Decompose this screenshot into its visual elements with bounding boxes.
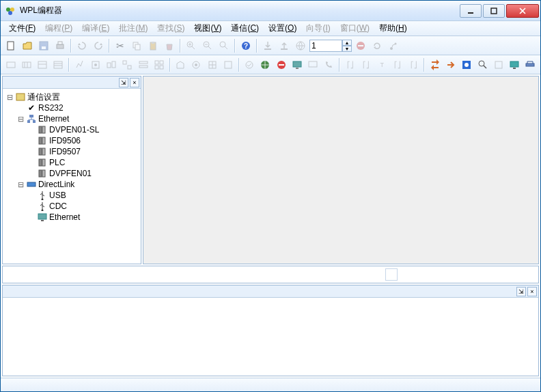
output-close-button[interactable]: × <box>527 287 537 296</box>
copy-button[interactable] <box>129 38 144 53</box>
menu-search[interactable]: 查找(S) <box>153 21 189 36</box>
svg-rect-72 <box>39 170 42 177</box>
svg-point-54 <box>464 63 469 67</box>
tb2-3[interactable] <box>36 57 50 72</box>
tb2-find[interactable] <box>475 57 490 72</box>
window-controls <box>460 4 539 18</box>
tb2-code3[interactable]: T <box>375 57 389 72</box>
menu-help[interactable]: 帮助(H) <box>375 21 411 36</box>
minimize-button[interactable] <box>460 4 482 18</box>
upload-button[interactable] <box>277 38 292 53</box>
output-header: ⇲ × <box>3 285 538 298</box>
tb2-4[interactable] <box>51 57 66 72</box>
menu-settings[interactable]: 设置(O) <box>264 21 301 36</box>
svg-rect-20 <box>281 48 288 50</box>
tb2-code1[interactable]: ⎡⎦ <box>343 57 357 72</box>
tb2-code2[interactable]: ⎡⎦ <box>359 57 373 72</box>
tree-dl-item[interactable]: USB <box>4 190 139 201</box>
print-button[interactable] <box>53 38 68 53</box>
maximize-button[interactable] <box>483 4 505 18</box>
refresh-button[interactable] <box>370 38 385 53</box>
tb2-phone[interactable] <box>322 57 336 72</box>
menu-program[interactable]: 编程(P) <box>41 21 77 36</box>
menu-wizard[interactable]: 向导(I) <box>302 21 334 36</box>
run-button[interactable] <box>386 38 401 53</box>
pin-button[interactable]: ⇲ <box>119 78 128 87</box>
tb2-11[interactable] <box>174 57 188 72</box>
toolbar-separator <box>424 58 425 72</box>
tb2-code4[interactable]: ⎡⎦ <box>391 57 405 72</box>
tree-directlink[interactable]: ⊟ DirectLink <box>4 179 139 190</box>
tb2-12[interactable] <box>189 57 204 72</box>
spin-down[interactable]: ▼ <box>342 46 352 52</box>
stop-button[interactable] <box>353 38 368 53</box>
menu-view[interactable]: 视图(V) <box>190 21 225 36</box>
help-button[interactable]: ? <box>238 38 253 53</box>
tb2-x1[interactable] <box>491 57 505 72</box>
app-window: WPL编程器 文件(F) 编程(P) 编译(E) 批注(M) 查找(S) 视图(… <box>0 0 541 392</box>
svg-rect-27 <box>23 62 31 68</box>
tree-eth-item[interactable]: DVPFEN01 <box>4 168 139 179</box>
menu-comm[interactable]: 通信(C) <box>227 21 263 36</box>
tree-rs232[interactable]: ✔ RS232 <box>4 102 139 113</box>
tb2-15[interactable] <box>242 57 257 72</box>
redo-button[interactable] <box>91 38 106 53</box>
tree-ethernet[interactable]: ⊟ Ethernet <box>4 113 139 124</box>
tb2-arrow2[interactable] <box>444 57 458 72</box>
tb2-monitor[interactable] <box>290 57 304 72</box>
tree-dl-item[interactable]: CDC <box>4 201 139 212</box>
globe-button[interactable] <box>293 38 308 53</box>
tree-eth-item[interactable]: IFD9507 <box>4 146 139 157</box>
save-button[interactable] <box>36 38 51 53</box>
tb2-last[interactable] <box>523 57 538 72</box>
tb2-stop[interactable] <box>274 57 288 72</box>
tb2-10[interactable] <box>152 57 166 72</box>
download-button[interactable] <box>260 38 275 53</box>
menu-window[interactable]: 窗口(W) <box>336 21 374 36</box>
tb2-14[interactable] <box>221 57 235 72</box>
module-icon <box>37 135 48 146</box>
spin-up[interactable]: ▲ <box>342 40 352 46</box>
tree-eth-item[interactable]: DVPEN01-SL <box>4 124 139 135</box>
output-pin-button[interactable]: ⇲ <box>516 287 526 296</box>
zoom-in-button[interactable] <box>184 38 199 53</box>
tb2-tool[interactable] <box>460 57 474 72</box>
menu-compile[interactable]: 编译(E) <box>78 21 113 36</box>
tb2-code5[interactable]: ⎡⎦ <box>406 57 421 72</box>
cut-button[interactable]: ✂ <box>113 38 128 53</box>
open-button[interactable] <box>20 38 35 53</box>
menu-file[interactable]: 文件(F) <box>5 21 40 36</box>
svg-rect-52 <box>309 61 317 67</box>
tb2-mon2[interactable] <box>306 57 320 72</box>
tb2-13[interactable] <box>205 57 219 72</box>
undo-button[interactable] <box>74 38 89 53</box>
new-button[interactable] <box>3 38 18 53</box>
tree-eth-item[interactable]: IFD9506 <box>4 135 139 146</box>
tb2-9[interactable] <box>136 57 150 72</box>
tb2-5[interactable] <box>72 57 87 72</box>
delete-button[interactable] <box>162 38 177 53</box>
menu-annotate[interactable]: 批注(M) <box>115 21 152 36</box>
tb2-7[interactable] <box>105 57 119 72</box>
page-input[interactable] <box>309 40 342 52</box>
pane-close-button[interactable]: × <box>130 78 139 87</box>
tb2-1[interactable] <box>3 57 18 72</box>
tree-root[interactable]: ⊟ 通信设置 <box>4 92 139 102</box>
zoom-fit-button[interactable] <box>217 38 232 53</box>
tb2-arrow1[interactable] <box>428 57 442 72</box>
svg-rect-26 <box>7 62 15 68</box>
paste-button[interactable] <box>145 38 161 53</box>
tree-view[interactable]: ⊟ 通信设置 ✔ RS232 ⊟ Ethernet DVPEN01-SL <box>3 89 141 264</box>
tree-eth-item[interactable]: PLC <box>4 157 139 168</box>
tb2-8[interactable] <box>120 57 135 72</box>
zoom-out-button[interactable] <box>200 38 215 53</box>
svg-rect-37 <box>139 66 148 68</box>
svg-point-55 <box>479 61 484 66</box>
tb2-globe[interactable] <box>258 57 273 72</box>
tree-dl-item[interactable]: Ethernet <box>4 212 139 223</box>
tb2-6[interactable] <box>88 57 102 72</box>
tb2-2[interactable] <box>19 57 33 72</box>
svg-rect-3 <box>468 12 473 14</box>
close-button[interactable] <box>506 4 539 18</box>
tb2-mon3[interactable] <box>508 57 522 72</box>
